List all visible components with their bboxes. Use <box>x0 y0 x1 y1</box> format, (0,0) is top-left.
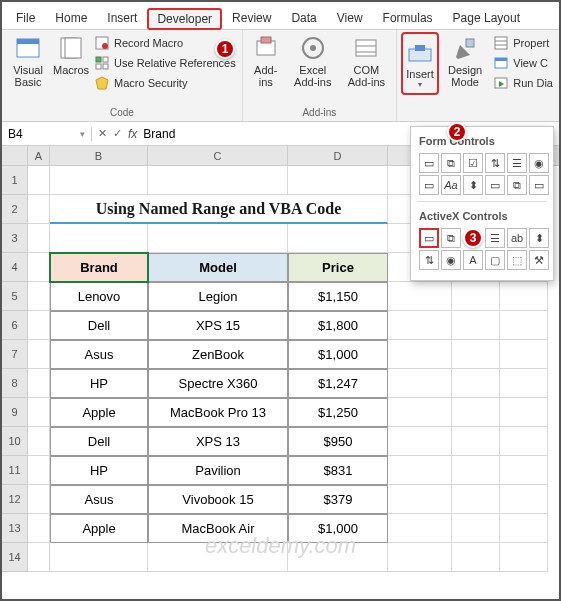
form-edit-icon[interactable]: ▭ <box>529 175 549 195</box>
activex-listbox-icon[interactable]: ☰ <box>485 228 505 248</box>
cancel-formula-icon[interactable]: ✕ <box>98 127 107 140</box>
cell[interactable] <box>28 340 50 369</box>
row-header[interactable]: 13 <box>2 514 28 543</box>
row-header[interactable]: 12 <box>2 485 28 514</box>
cell[interactable] <box>388 282 452 311</box>
cell[interactable] <box>50 166 148 195</box>
cell[interactable] <box>50 224 148 253</box>
cell[interactable] <box>500 514 548 543</box>
cell-brand[interactable]: Asus <box>50 485 148 514</box>
row-header[interactable]: 10 <box>2 427 28 456</box>
row-header[interactable]: 9 <box>2 398 28 427</box>
cell[interactable] <box>388 485 452 514</box>
cell[interactable] <box>500 311 548 340</box>
fx-icon[interactable]: fx <box>128 127 137 141</box>
cell[interactable] <box>148 543 288 572</box>
tab-review[interactable]: Review <box>222 7 281 29</box>
form-combo-icon[interactable]: ⧉ <box>507 175 527 195</box>
cell-price[interactable]: $1,150 <box>288 282 388 311</box>
cell-brand[interactable]: HP <box>50 456 148 485</box>
activex-textbox-icon[interactable]: ab <box>507 228 527 248</box>
cell-price[interactable]: $1,800 <box>288 311 388 340</box>
tab-file[interactable]: File <box>6 7 45 29</box>
macro-security-button[interactable]: Macro Security <box>92 74 238 92</box>
cell[interactable] <box>288 224 388 253</box>
activex-more-icon[interactable]: ⚒ <box>529 250 549 270</box>
cell[interactable] <box>28 485 50 514</box>
cell-model[interactable]: MacBook Air <box>148 514 288 543</box>
col-header-c[interactable]: C <box>148 146 288 165</box>
cell[interactable] <box>28 398 50 427</box>
cell-brand[interactable]: Dell <box>50 311 148 340</box>
cell[interactable] <box>452 485 500 514</box>
cell[interactable] <box>388 398 452 427</box>
row-header[interactable]: 7 <box>2 340 28 369</box>
cell-price[interactable]: $379 <box>288 485 388 514</box>
cell[interactable] <box>452 514 500 543</box>
visual-basic-button[interactable]: Visual Basic <box>6 32 50 90</box>
cell-price[interactable]: $831 <box>288 456 388 485</box>
cell[interactable] <box>288 543 388 572</box>
header-model[interactable]: Model <box>148 253 288 282</box>
cell[interactable] <box>28 195 50 224</box>
cell[interactable] <box>500 485 548 514</box>
cell[interactable] <box>500 456 548 485</box>
tab-view[interactable]: View <box>327 7 373 29</box>
row-header[interactable]: 5 <box>2 282 28 311</box>
cell-model[interactable]: ZenBook <box>148 340 288 369</box>
cell-price[interactable]: $1,000 <box>288 514 388 543</box>
cell-model[interactable]: Pavilion <box>148 456 288 485</box>
relative-refs-button[interactable]: Use Relative References <box>92 54 238 72</box>
row-header[interactable]: 1 <box>2 166 28 195</box>
cell-model[interactable]: Vivobook 15 <box>148 485 288 514</box>
tab-formulas[interactable]: Formulas <box>373 7 443 29</box>
form-label-icon[interactable]: Aa <box>441 175 461 195</box>
row-header[interactable]: 8 <box>2 369 28 398</box>
tab-insert[interactable]: Insert <box>97 7 147 29</box>
col-header-a[interactable]: A <box>28 146 50 165</box>
form-spinner-icon[interactable]: ⇅ <box>485 153 505 173</box>
cell[interactable] <box>28 369 50 398</box>
cell[interactable] <box>50 543 148 572</box>
cell[interactable] <box>388 369 452 398</box>
cell[interactable] <box>500 340 548 369</box>
cell[interactable] <box>388 514 452 543</box>
view-code-button[interactable]: View C <box>491 54 555 72</box>
form-listbox-icon[interactable]: ☰ <box>507 153 527 173</box>
row-header[interactable]: 6 <box>2 311 28 340</box>
row-header[interactable]: 2 <box>2 195 28 224</box>
form-button-icon[interactable]: ▭ <box>419 153 439 173</box>
col-header-d[interactable]: D <box>288 146 388 165</box>
properties-button[interactable]: Propert <box>491 34 555 52</box>
form-textfield-icon[interactable]: ▭ <box>485 175 505 195</box>
cell-price[interactable]: $1,247 <box>288 369 388 398</box>
cell[interactable] <box>500 282 548 311</box>
title-cell[interactable]: Using Named Range and VBA Code <box>50 195 388 224</box>
cell[interactable] <box>28 514 50 543</box>
cell-model[interactable]: XPS 15 <box>148 311 288 340</box>
cell-model[interactable]: Spectre X360 <box>148 369 288 398</box>
cell[interactable] <box>28 543 50 572</box>
cell[interactable] <box>28 311 50 340</box>
design-mode-button[interactable]: Design Mode <box>441 32 489 90</box>
cell[interactable] <box>28 224 50 253</box>
cell[interactable] <box>452 282 500 311</box>
cell[interactable] <box>28 456 50 485</box>
enter-formula-icon[interactable]: ✓ <box>113 127 122 140</box>
row-header[interactable]: 4 <box>2 253 28 282</box>
cell[interactable] <box>288 166 388 195</box>
cell[interactable] <box>500 369 548 398</box>
cell[interactable] <box>452 398 500 427</box>
activex-label-icon[interactable]: A <box>463 250 483 270</box>
cell[interactable] <box>148 224 288 253</box>
cell-brand[interactable]: Apple <box>50 398 148 427</box>
cell[interactable] <box>500 398 548 427</box>
form-checkbox-icon[interactable]: ☑ <box>463 153 483 173</box>
cell[interactable] <box>28 253 50 282</box>
cell[interactable] <box>388 543 452 572</box>
tab-pagelayout[interactable]: Page Layout <box>443 7 530 29</box>
cell-price[interactable]: $1,250 <box>288 398 388 427</box>
cell-brand[interactable]: HP <box>50 369 148 398</box>
cell[interactable] <box>452 543 500 572</box>
cell-brand[interactable]: Apple <box>50 514 148 543</box>
